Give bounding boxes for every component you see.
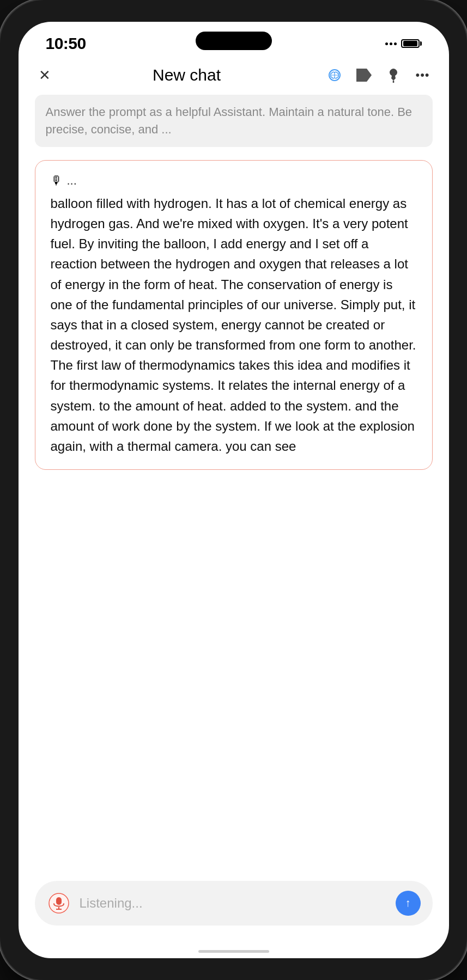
pin-button[interactable] [384, 65, 403, 85]
more-icon: ••• [415, 68, 429, 82]
home-indicator [19, 939, 449, 958]
chat-area: 🎙 ... balloon filled with hydrogen. It h… [19, 155, 449, 872]
phone-screen: 10:50 ✕ New chat [19, 22, 449, 958]
nav-bar: ✕ New chat [19, 60, 449, 93]
brain-button[interactable] [325, 65, 344, 85]
message-status-dots: ... [67, 174, 77, 188]
nav-actions: ••• [325, 65, 433, 85]
system-prompt-text: Answer the prompt as a helpful Assistant… [46, 105, 413, 136]
phone-frame: 10:50 ✕ New chat [0, 0, 467, 980]
input-area: Listening... ↑ [35, 881, 433, 926]
close-icon: ✕ [39, 67, 51, 84]
svg-rect-3 [56, 897, 62, 905]
listening-placeholder: Listening... [80, 896, 387, 911]
status-icons [385, 39, 422, 48]
send-button[interactable]: ↑ [396, 891, 421, 916]
battery-icon [401, 39, 422, 48]
mic-indicator-icon: 🎙 [51, 174, 63, 188]
brain-icon [325, 65, 344, 85]
send-icon: ↑ [405, 897, 411, 909]
pin-icon [386, 68, 401, 83]
status-time: 10:50 [46, 34, 86, 53]
bottom-bar: Listening... ↑ [19, 872, 449, 939]
message-bubble: 🎙 ... balloon filled with hydrogen. It h… [35, 160, 433, 470]
close-button[interactable]: ✕ [35, 65, 54, 85]
system-prompt-bar: Answer the prompt as a helpful Assistant… [35, 95, 433, 147]
dynamic-island [196, 32, 272, 50]
page-title: New chat [63, 66, 311, 84]
tag-button[interactable] [354, 65, 374, 85]
message-header: 🎙 ... [51, 174, 417, 188]
mic-active-icon [48, 893, 69, 914]
home-bar [198, 950, 269, 953]
signal-icon [385, 42, 397, 45]
tag-icon [356, 68, 372, 82]
mic-button[interactable] [47, 891, 71, 915]
more-button[interactable]: ••• [413, 65, 433, 85]
message-content: balloon filled with hydrogen. It has a l… [51, 193, 417, 456]
